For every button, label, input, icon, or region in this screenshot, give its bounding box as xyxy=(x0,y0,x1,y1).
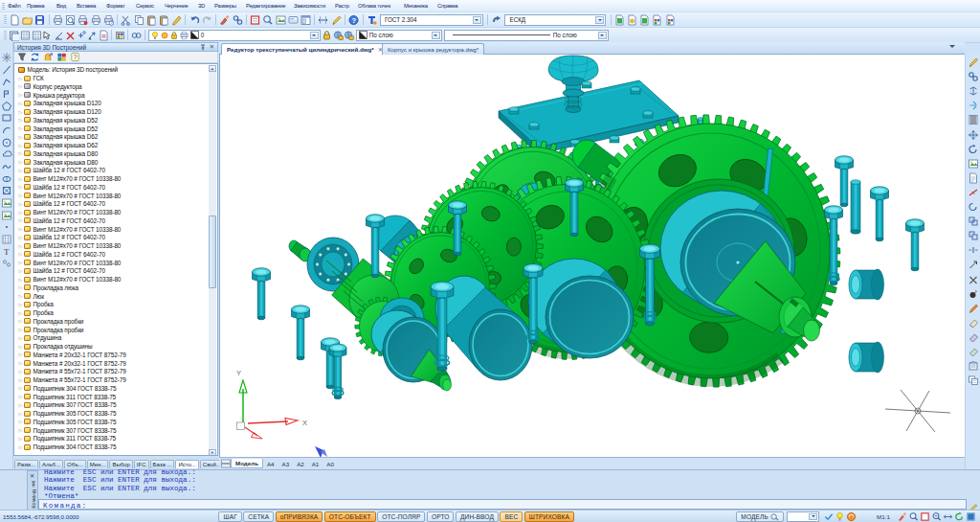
svg-text:T: T xyxy=(4,247,10,257)
svg-text:?: ? xyxy=(74,54,78,60)
svg-text:R: R xyxy=(101,34,106,39)
svg-text:?: ? xyxy=(352,15,357,24)
svg-text:X: X xyxy=(302,419,307,427)
svg-text:Y: Y xyxy=(236,369,241,377)
